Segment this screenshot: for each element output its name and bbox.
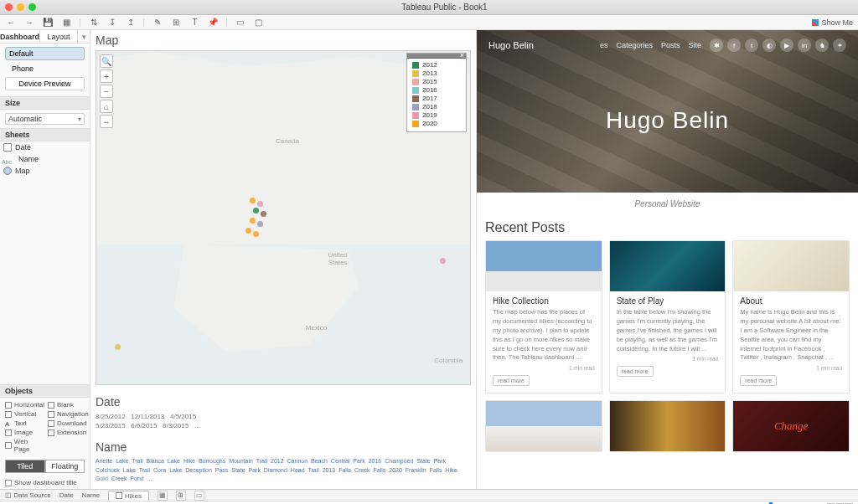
sort-asc-icon[interactable]: ↧ (106, 17, 118, 28)
post-meta: 1 min read (740, 365, 842, 371)
obj-extension[interactable]: Extension (48, 429, 89, 436)
post-card[interactable]: State of Play In the table below I'm sho… (609, 240, 726, 393)
obj-vertical[interactable]: Vertical (5, 410, 44, 418)
feed-title: Recent Posts (485, 220, 850, 235)
new-dashboard-icon[interactable]: ⊞ (176, 491, 186, 501)
sheet-tab-name[interactable]: Name (82, 491, 100, 499)
post-card[interactable] (609, 400, 726, 452)
zoom-window-button[interactable] (28, 3, 36, 11)
name-title: Name (96, 440, 471, 454)
sheet-item-name[interactable]: Name (0, 153, 90, 165)
new-sheet-icon[interactable]: ▦ (60, 17, 72, 28)
map-zoom-out-icon[interactable]: − (100, 85, 113, 98)
date-title: Date (96, 395, 471, 409)
obj-webpage[interactable]: Web Page (5, 438, 44, 453)
read-more-button[interactable]: read more (740, 375, 777, 386)
obj-navigation[interactable]: Navigation (48, 410, 89, 418)
read-more-button[interactable]: read more (493, 375, 530, 386)
post-meta: 1 min read (493, 365, 595, 371)
web-page-object[interactable]: Hugo Belin es Categories Posts Site ✱ f … (476, 30, 858, 489)
obj-horizontal[interactable]: Horizontal (5, 401, 44, 409)
map-home-icon[interactable]: ⌂ (100, 100, 113, 113)
map-label-canada: Canada (276, 137, 299, 145)
post-card[interactable]: Hike Collection The map below has the pl… (485, 240, 602, 393)
date-values: 8/25/2012 12/11/2013 4/5/2015 5/23/2015 … (96, 412, 471, 430)
sort-desc-icon[interactable]: ↥ (125, 17, 137, 28)
sheet-item-map[interactable]: Map (0, 165, 90, 177)
size-dropdown[interactable]: Automatic (5, 113, 85, 125)
new-worksheet-icon[interactable]: ▦ (158, 491, 168, 501)
map-viz[interactable]: 🔍 + − ⌂ ↔ 2012 2013 2015 2016 2017 2018 … (96, 50, 471, 385)
nav-site[interactable]: Site (688, 41, 701, 49)
post-card[interactable] (485, 400, 602, 452)
social-youtube-icon[interactable]: ▶ (780, 39, 793, 52)
floating-toggle[interactable]: Floating (45, 460, 85, 473)
read-more-button[interactable]: read more (617, 366, 654, 377)
device-phone-button[interactable]: Phone (5, 63, 85, 75)
map-pan-icon[interactable]: ↔ (100, 115, 113, 128)
sheet-tab-date[interactable]: Date (59, 491, 74, 499)
nav-es[interactable]: es (600, 41, 608, 49)
map-label-colombia: Colombia (434, 357, 463, 364)
tab-dashboard[interactable]: Dashboard (0, 30, 40, 43)
tiled-toggle[interactable]: Tiled (5, 460, 45, 473)
social-other-icon[interactable]: ✦ (833, 39, 846, 52)
post-thumb (610, 241, 726, 291)
obj-text[interactable]: AText (5, 419, 44, 427)
map-label-mexico: Mexico (306, 324, 327, 332)
redo-arrow-icon[interactable]: → (23, 17, 35, 28)
minimize-window-button[interactable] (17, 3, 24, 11)
sheet-tab-hikes[interactable]: Hikes (108, 491, 149, 501)
social-rss-icon[interactable]: ✱ (710, 39, 723, 52)
highlight-icon[interactable]: ✎ (152, 17, 163, 28)
sheet-tab-bar: ◫ Data Source Date Name Hikes ▦ ⊞ ▭ (0, 489, 858, 501)
objects-heading: Objects (0, 384, 90, 398)
undo-arrow-icon[interactable]: ← (5, 17, 17, 28)
window-titlebar: Tableau Public - Book1 (0, 0, 858, 15)
post-excerpt: The map below has the places of my docum… (493, 308, 595, 363)
post-thumb (733, 401, 849, 451)
name-list: Anette Lake Trail Blanca Lake Hike Burro… (96, 457, 471, 484)
post-thumb (733, 241, 849, 291)
social-facebook-icon[interactable]: f (727, 39, 741, 52)
device-preview-button[interactable]: Device Preview (5, 77, 85, 90)
map-legend[interactable]: 2012 2013 2015 2016 2017 2018 2019 2020 (406, 53, 467, 132)
obj-download[interactable]: Download (48, 419, 89, 427)
fit-dropdown-icon[interactable]: ▭ (235, 17, 246, 28)
obj-image[interactable]: Image (5, 429, 44, 436)
show-me-button[interactable]: Show Me (812, 18, 853, 27)
new-story-icon[interactable]: ▭ (194, 491, 204, 501)
sheet-item-date[interactable]: Date (0, 141, 90, 153)
site-brand[interactable]: Hugo Belin (488, 40, 534, 50)
left-sidebar: Dashboard Layout ▾ Default Phone Device … (0, 30, 90, 489)
hero-banner: Hugo Belin es Categories Posts Site ✱ f … (477, 30, 858, 193)
social-github-icon[interactable]: ♞ (815, 39, 829, 52)
post-card[interactable] (732, 400, 850, 452)
main-toolbar: ← → 💾 ▦ | ⇅ ↧ ↥ | ✎ ⊞ T 📌 | ▭ ▢ Show Me (0, 15, 858, 30)
pin-icon[interactable]: 📌 (207, 17, 219, 28)
device-default-button[interactable]: Default (5, 47, 85, 60)
post-title: State of Play (617, 296, 719, 306)
legend-drag-handle[interactable] (407, 54, 466, 59)
show-title-checkbox[interactable]: Show dashboard title (0, 476, 90, 489)
map-search-icon[interactable]: 🔍 (100, 54, 113, 68)
post-card[interactable]: About My name is Hugo Belin and this is … (732, 240, 850, 393)
social-linkedin-icon[interactable]: in (798, 39, 811, 52)
social-instagram-icon[interactable]: ◐ (762, 39, 776, 52)
close-window-button[interactable] (5, 3, 13, 11)
abc-icon[interactable]: T (189, 17, 200, 28)
map-zoom-in-icon[interactable]: + (100, 69, 113, 83)
nav-posts[interactable]: Posts (661, 41, 680, 49)
presentation-icon[interactable]: ▢ (253, 17, 265, 28)
obj-blank[interactable]: Blank (48, 401, 89, 409)
save-icon[interactable]: 💾 (42, 17, 54, 28)
swap-icon[interactable]: ⇅ (88, 17, 100, 28)
tab-layout[interactable]: Layout (40, 30, 78, 43)
sheets-heading: Sheets (0, 128, 90, 141)
sidebar-menu-icon[interactable]: ▾ (78, 30, 90, 43)
map-label-us: United States (328, 251, 348, 266)
data-source-tab[interactable]: ◫ Data Source (5, 491, 51, 499)
social-twitter-icon[interactable]: t (745, 39, 758, 52)
group-icon[interactable]: ⊞ (170, 17, 182, 28)
nav-categories[interactable]: Categories (616, 41, 653, 49)
